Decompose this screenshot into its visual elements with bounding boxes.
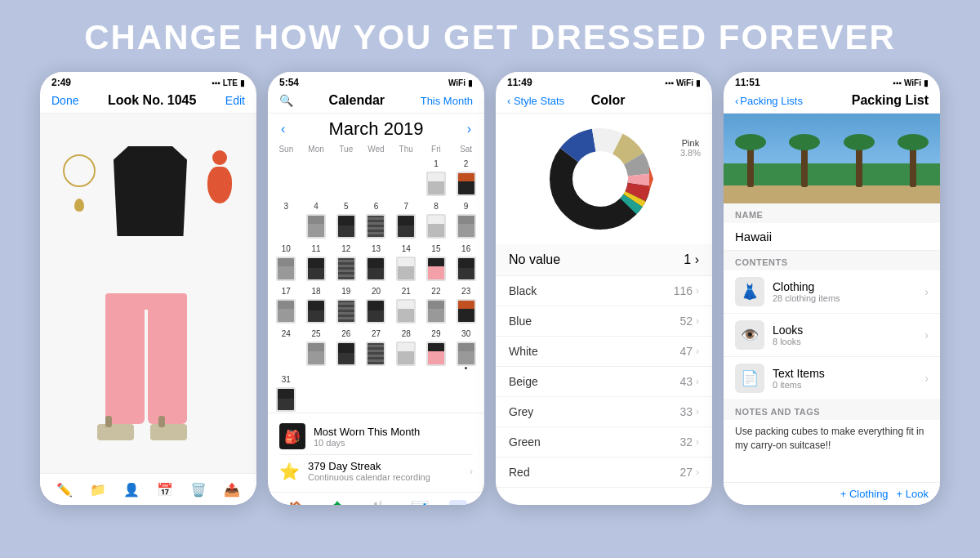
cal-day-20[interactable]: 20 <box>361 283 391 324</box>
edit-icon[interactable]: ✏️ <box>56 480 74 498</box>
folder-icon[interactable]: 📁 <box>89 480 107 498</box>
home-icon[interactable]: 🏠 <box>285 498 308 505</box>
no-value-count-block: 1 › <box>684 252 699 267</box>
streak-text-block: 379 Day Streak Continuous calendar recor… <box>308 460 430 482</box>
looks-chevron: › <box>924 328 929 341</box>
no-value-row[interactable]: No value 1 › <box>496 244 712 276</box>
prev-month-button[interactable]: ‹ <box>281 122 285 136</box>
ground-bg <box>724 185 940 203</box>
notes-section-label: NOTES AND TAGS <box>724 400 940 420</box>
beige-count: 43 <box>679 375 693 388</box>
cal-day-22[interactable]: 22 <box>421 283 452 324</box>
wifi-icon: WiFi <box>448 78 466 87</box>
cal-day-19[interactable]: 19 <box>331 283 361 324</box>
cal-day-1[interactable]: 1 <box>421 155 452 197</box>
color-row-green[interactable]: Green 32 › <box>496 427 712 458</box>
cal-day-26[interactable]: 26 <box>331 325 361 370</box>
cal-day-9[interactable]: 9 <box>451 198 481 239</box>
cal-day-31[interactable]: 31 <box>271 371 301 413</box>
cal-day-15[interactable]: 15 <box>421 240 452 282</box>
pants-legs <box>105 310 187 424</box>
next-month-button[interactable]: › <box>467 122 471 136</box>
back-packing-lists-button[interactable]: ‹ Packing Lists <box>735 95 803 107</box>
looks-content-row[interactable]: 👁️ Looks 8 looks › <box>724 314 940 357</box>
packing-list-title: Packing List <box>852 93 929 108</box>
edit-button[interactable]: Edit <box>225 94 245 107</box>
green-count: 32 <box>679 435 693 449</box>
clothing-content-row[interactable]: 👗 Clothing 28 clothing items › <box>724 270 940 314</box>
status-icons-4: ▪▪▪ WiFi ▮ <box>893 78 929 87</box>
cal-day-18[interactable]: 18 <box>301 283 332 324</box>
cal-day-empty-1[interactable] <box>271 155 301 197</box>
cal-day-13[interactable]: 13 <box>361 240 391 282</box>
color-row-grey[interactable]: Grey 33 › <box>496 397 712 427</box>
cal-day-empty-3[interactable] <box>331 155 361 197</box>
cal-day-7[interactable]: 7 <box>391 198 421 239</box>
trash-icon[interactable]: 🗑️ <box>189 480 207 498</box>
cal-day-empty-4[interactable] <box>361 155 391 197</box>
done-button[interactable]: Done <box>51 94 78 107</box>
cal-day-11[interactable]: 11 <box>301 240 332 282</box>
cal-day-17[interactable]: 17 <box>271 283 301 324</box>
color-row-beige[interactable]: Beige 43 › <box>496 367 712 397</box>
cal-day-12[interactable]: 12 <box>331 240 361 282</box>
cal-day-3[interactable]: 3 <box>271 198 301 239</box>
cal-day-4[interactable]: 4 <box>301 198 332 239</box>
cal-day-6[interactable]: 6 <box>361 198 391 239</box>
pants-waist <box>105 293 187 310</box>
wifi-icon-4: WiFi <box>904 78 921 87</box>
worn-text-block: Most Worn This Month 10 days <box>314 426 420 448</box>
blue-label: Blue <box>509 315 532 328</box>
share-icon[interactable]: 📤 <box>223 480 241 498</box>
add-clothing-button[interactable]: + Clothing <box>840 488 889 500</box>
cal-day-16[interactable]: 16 <box>451 240 481 282</box>
person-icon[interactable]: 👤 <box>122 480 140 498</box>
cal-day-27[interactable]: 27 <box>361 325 391 370</box>
cal-day-21[interactable]: 21 <box>391 283 421 324</box>
color-row-red[interactable]: Red 27 › <box>496 458 712 488</box>
status-time-3: 11:49 <box>507 77 532 88</box>
palm-tree-4 <box>910 146 916 187</box>
color-row-black[interactable]: Black 116 › <box>496 276 712 306</box>
chart-icon[interactable]: 📊 <box>408 498 431 505</box>
fork-icon[interactable]: 🍴 <box>367 498 390 505</box>
palm-tree-1 <box>747 146 754 187</box>
back-style-stats-button[interactable]: ‹ Style Stats <box>507 95 564 107</box>
tree-icon[interactable]: 🌲 <box>326 498 349 505</box>
cal-day-8[interactable]: 8 <box>421 198 452 239</box>
green-count-block: 32 › <box>679 435 699 449</box>
palm-trees <box>724 146 940 187</box>
cal-day-30[interactable]: 30 <box>451 325 481 370</box>
streak-item[interactable]: ⭐ 379 Day Streak Continuous calendar rec… <box>279 455 473 487</box>
cal-day-28[interactable]: 28 <box>391 325 421 370</box>
cal-day-10[interactable]: 10 <box>271 240 301 282</box>
phone1-toolbar: ✏️ 📁 👤 📅 🗑️ 📤 <box>40 473 256 505</box>
color-stats-list: No value 1 › Black 116 › Blue 52 › <box>496 244 712 488</box>
this-month-button[interactable]: This Month <box>421 95 473 107</box>
day-thu: Thu <box>391 145 421 154</box>
text-items-content-row[interactable]: 📄 Text Items 0 items › <box>724 357 940 400</box>
most-worn-item[interactable]: 🎒 Most Worn This Month 10 days <box>279 418 473 455</box>
pink-color-label: Pink <box>680 138 701 148</box>
color-row-blue[interactable]: Blue 52 › <box>496 306 712 337</box>
palm-tree-3 <box>856 146 862 187</box>
cal-day-2[interactable]: 2 <box>451 155 481 197</box>
calendar-icon[interactable]: 📅 <box>156 480 174 498</box>
add-look-button[interactable]: + Look <box>897 488 929 500</box>
color-row-white[interactable]: White 47 › <box>496 337 712 367</box>
cal-day-25[interactable]: 25 <box>301 325 332 370</box>
badge-number[interactable]: 2 <box>449 500 467 505</box>
cal-day-empty-5[interactable] <box>391 155 421 197</box>
cal-day-24[interactable]: 24 <box>271 325 301 370</box>
phone2-bottom-section: 🎒 Most Worn This Month 10 days ⭐ 379 Day… <box>268 413 484 492</box>
bag-icon: 🎒 <box>279 423 305 449</box>
search-icon[interactable]: 🔍 <box>279 94 293 107</box>
cal-day-23[interactable]: 23 <box>451 283 481 324</box>
cal-day-29[interactable]: 29 <box>421 325 452 370</box>
signal-icon-3: ▪▪▪ <box>665 78 674 87</box>
text-items-title: Text Items <box>773 367 916 380</box>
cal-day-5[interactable]: 5 <box>331 198 361 239</box>
status-bar-2: 5:54 WiFi ▮ <box>268 72 484 90</box>
cal-day-empty-2[interactable] <box>301 155 332 197</box>
cal-day-14[interactable]: 14 <box>391 240 421 282</box>
